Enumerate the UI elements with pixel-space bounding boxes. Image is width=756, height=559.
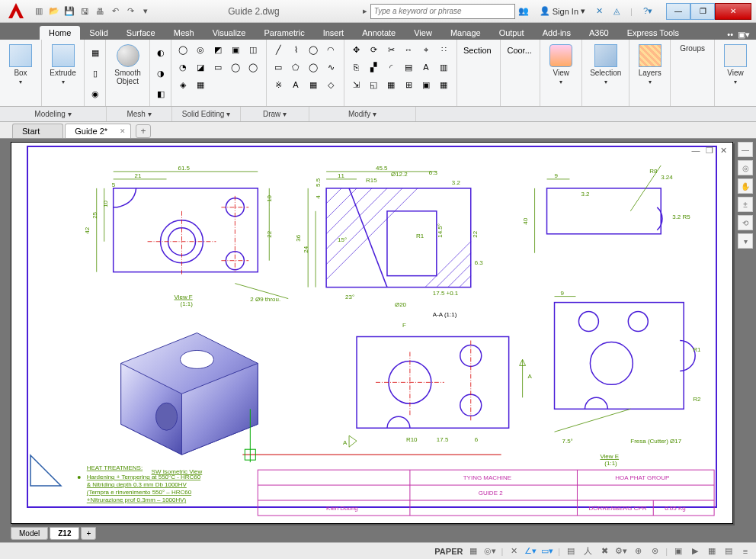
m17-icon[interactable]: ▣ xyxy=(419,78,433,92)
subtract-icon[interactable]: ◎ xyxy=(194,43,207,56)
qat-undo-icon[interactable]: ↶ xyxy=(108,5,122,18)
panel-mesh[interactable]: Mesh ▾ xyxy=(107,107,172,121)
d10-icon[interactable]: A xyxy=(289,78,303,92)
selection-button[interactable]: Selection▾ xyxy=(585,43,626,87)
vp-min-icon[interactable]: — xyxy=(690,144,702,156)
new-layout-button[interactable]: + xyxy=(81,527,96,540)
rotate-icon[interactable]: ⟳ xyxy=(367,43,380,56)
m5-icon[interactable]: ⌖ xyxy=(419,43,433,56)
layout-tab[interactable]: Z12 xyxy=(50,527,79,540)
fillet-icon[interactable]: ◜ xyxy=(384,60,398,74)
ellipse-icon[interactable]: ◯ xyxy=(306,60,320,74)
navbar-toggle-icon[interactable]: — xyxy=(738,142,753,157)
extrude-button[interactable]: Extrude▾ xyxy=(45,43,80,87)
tpy-icon[interactable]: 人 xyxy=(581,545,594,557)
poly-icon[interactable]: ⬠ xyxy=(289,60,303,74)
minimize-button[interactable]: — xyxy=(666,3,690,20)
cust-icon[interactable]: ▤ xyxy=(722,545,735,557)
infocenter-icon[interactable]: 👥 xyxy=(515,4,532,19)
se11-icon[interactable]: ◈ xyxy=(176,78,190,92)
se12-icon[interactable]: ▦ xyxy=(194,78,207,92)
tab-surface[interactable]: Surface xyxy=(117,26,165,40)
meshopt3-icon[interactable]: ◧ xyxy=(154,88,168,101)
vp-close-icon[interactable]: ✕ xyxy=(717,144,729,156)
se7-icon[interactable]: ◪ xyxy=(194,60,207,74)
m11-icon[interactable]: A xyxy=(419,60,433,74)
ribbon-min-icon[interactable]: ▣▾ xyxy=(738,30,750,40)
tab-manage[interactable]: Manage xyxy=(441,26,490,40)
tab-view[interactable]: View xyxy=(405,26,441,40)
tab-home[interactable]: Home xyxy=(40,26,80,40)
filetab-start[interactable]: Start xyxy=(12,124,63,138)
view-button[interactable]: View▾ xyxy=(545,43,577,87)
tab-a360[interactable]: A360 xyxy=(580,26,618,40)
scale-icon[interactable]: ◱ xyxy=(367,78,380,92)
circle-icon[interactable]: ◯ xyxy=(306,43,320,56)
help-icon[interactable]: ?▾ xyxy=(640,4,655,19)
se8-icon[interactable]: ▭ xyxy=(211,60,225,74)
a360-icon[interactable]: ◬ xyxy=(610,4,623,19)
maximize-button[interactable]: ❐ xyxy=(690,3,715,20)
meshopt2-icon[interactable]: ◑ xyxy=(154,67,168,81)
coord-button[interactable]: Coor... xyxy=(505,43,533,58)
qat-dropdown-icon[interactable]: ▾ xyxy=(139,5,152,18)
qat-redo-icon[interactable]: ↷ xyxy=(123,5,137,18)
tab-annotate[interactable]: Annotate xyxy=(353,26,405,40)
se5-icon[interactable]: ◫ xyxy=(246,43,260,56)
tab-parametric[interactable]: Parametric xyxy=(255,26,313,40)
otrack-icon[interactable]: ▭▾ xyxy=(541,545,553,557)
layers-button[interactable]: Layers▾ xyxy=(634,43,666,87)
menu-icon[interactable]: ≡ xyxy=(739,545,751,557)
showmotion-icon[interactable]: ▾ xyxy=(738,233,753,249)
filetab-close-icon[interactable]: ✕ xyxy=(120,127,126,135)
view2-button[interactable]: View▾ xyxy=(719,43,751,87)
se10-icon[interactable]: ◯ xyxy=(246,60,260,74)
model-tab[interactable]: Model xyxy=(11,527,48,540)
anno-vis-icon[interactable]: ⊕ xyxy=(632,545,644,557)
meshopt1-icon[interactable]: ◐ xyxy=(154,47,168,60)
polar-icon[interactable]: ✕ xyxy=(508,545,520,557)
search-play-icon[interactable]: ▸ xyxy=(363,6,370,16)
stretch-icon[interactable]: ⇲ xyxy=(349,78,363,92)
signin-button[interactable]: 👤Sign In▾ xyxy=(537,4,588,19)
steering-wheel-icon[interactable]: ◎ xyxy=(738,160,753,175)
space-toggle[interactable]: PAPER xyxy=(434,547,463,556)
qat-save-icon[interactable]: 💾 xyxy=(62,5,76,18)
tab-addins[interactable]: Add-ins xyxy=(533,26,580,40)
copy-icon[interactable]: ⎘ xyxy=(349,60,363,74)
arc-icon[interactable]: ◠ xyxy=(324,43,338,56)
qp-icon[interactable]: ✖ xyxy=(598,545,610,557)
smooth-button[interactable]: Smooth Object xyxy=(110,43,145,87)
tab-solid[interactable]: Solid xyxy=(80,26,117,40)
filetab-current[interactable]: Guide 2*✕ xyxy=(65,124,131,138)
intersect-icon[interactable]: ◩ xyxy=(211,43,225,56)
qat-print-icon[interactable]: 🖶 xyxy=(93,5,107,18)
exchange-icon[interactable]: ✕ xyxy=(593,4,606,19)
zoom-icon[interactable]: ± xyxy=(738,197,753,212)
trim-icon[interactable]: ✂ xyxy=(384,43,398,56)
tab-output[interactable]: Output xyxy=(490,26,533,40)
rect-icon[interactable]: ▭ xyxy=(271,60,285,74)
help-search-input[interactable] xyxy=(370,4,515,19)
tab-express[interactable]: Express Tools xyxy=(618,26,688,40)
pan-icon[interactable]: ✋ xyxy=(738,178,753,194)
presspull-icon[interactable]: ▯ xyxy=(88,67,102,81)
move-icon[interactable]: ✥ xyxy=(349,43,363,56)
box-button[interactable]: Box▾ xyxy=(5,43,37,87)
paper-sheet[interactable]: 61.5 21 42 25 22 10 5 10 2 Ø9 throu. Vie… xyxy=(11,142,733,524)
osnap-icon[interactable]: ∠▾ xyxy=(524,545,537,557)
mirror-icon[interactable]: ▞ xyxy=(367,60,380,74)
panel-modify[interactable]: Modify ▾ xyxy=(309,107,416,121)
ribbon-more-icon[interactable]: •• xyxy=(727,30,733,40)
grid-icon[interactable]: ▦ xyxy=(467,545,479,557)
qat-open-icon[interactable]: 📂 xyxy=(47,5,61,18)
panel-draw[interactable]: Draw ▾ xyxy=(241,107,309,121)
d12-icon[interactable]: ◇ xyxy=(324,78,338,92)
lwt-icon[interactable]: ▤ xyxy=(565,545,577,557)
close-button[interactable]: ✕ xyxy=(715,3,751,20)
section-button[interactable]: Section xyxy=(462,43,493,58)
spline-icon[interactable]: ∿ xyxy=(324,60,338,74)
revolve-icon[interactable]: ◉ xyxy=(88,88,102,101)
m6-icon[interactable]: ∷ xyxy=(437,43,450,56)
line-icon[interactable]: ╱ xyxy=(271,43,285,56)
